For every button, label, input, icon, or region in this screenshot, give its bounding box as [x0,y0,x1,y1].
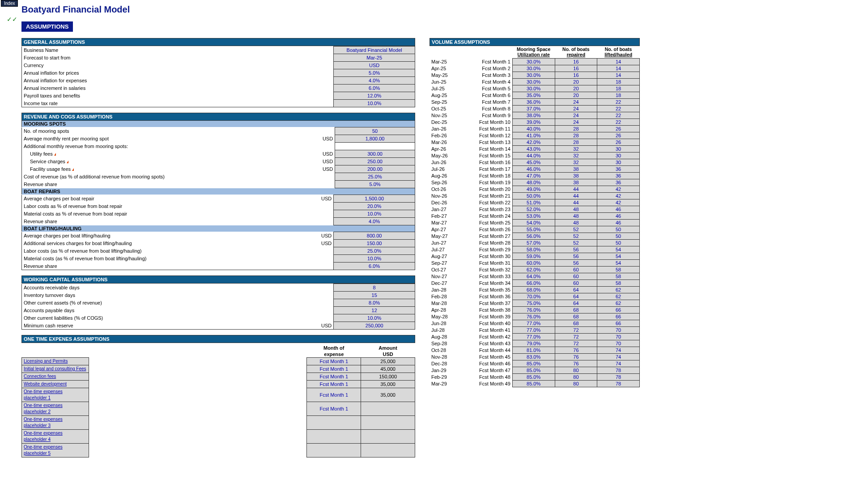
vol-repair-cell[interactable]: 24 [555,99,597,106]
vol-repair-cell[interactable]: 24 [555,119,597,126]
vol-repair-cell[interactable]: 44 [555,193,597,199]
vol-lift-cell[interactable]: 50 [597,240,640,246]
vol-lift-cell[interactable]: 18 [597,85,640,92]
vol-lift-cell[interactable]: 14 [597,65,640,72]
ote-name-cell[interactable]: One-time expenses placeholder 3 [22,416,89,430]
ote-name-cell[interactable]: One-time expenses placeholder 2 [22,402,89,416]
vol-repair-cell[interactable]: 48 [555,206,597,213]
vol-util-cell[interactable]: 53.0% [512,213,555,220]
vol-lift-cell[interactable]: 46 [597,213,640,220]
vol-util-cell[interactable]: 37.0% [512,106,555,112]
vol-lift-cell[interactable]: 66 [597,320,640,327]
vol-util-cell[interactable]: 36.0% [512,99,555,106]
vol-lift-cell[interactable]: 74 [597,360,640,367]
ote-amount-cell[interactable]: 25,000 [361,358,415,365]
vol-repair-cell[interactable]: 16 [555,72,597,79]
vol-lift-cell[interactable]: 58 [597,280,640,287]
vol-util-cell[interactable]: 30.0% [512,65,555,72]
vol-lift-cell[interactable]: 46 [597,220,640,226]
vol-repair-cell[interactable]: 68 [555,320,597,327]
vol-util-cell[interactable]: 30.0% [512,59,555,65]
vol-util-cell[interactable]: 30.0% [512,79,555,85]
ote-month-cell[interactable] [307,430,361,444]
vol-lift-cell[interactable]: 74 [597,347,640,354]
ote-amount-cell[interactable] [361,430,415,444]
vol-lift-cell[interactable]: 54 [597,246,640,253]
vol-repair-cell[interactable]: 80 [555,374,597,381]
vol-lift-cell[interactable]: 78 [597,374,640,381]
vol-util-cell[interactable]: 76.0% [512,313,555,320]
vol-util-cell[interactable]: 54.0% [512,220,555,226]
vol-lift-cell[interactable]: 74 [597,354,640,360]
vol-lift-cell[interactable]: 62 [597,293,640,300]
vol-util-cell[interactable]: 45.0% [512,159,555,166]
vol-lift-cell[interactable]: 78 [597,381,640,387]
ote-name-cell[interactable]: Website development [22,381,89,388]
vol-lift-cell[interactable]: 46 [597,206,640,213]
vol-repair-cell[interactable]: 80 [555,381,597,387]
vol-lift-cell[interactable]: 42 [597,193,640,199]
vol-lift-cell[interactable]: 62 [597,287,640,293]
vol-util-cell[interactable]: 75.0% [512,300,555,307]
ote-amount-cell[interactable]: 45,000 [361,365,415,373]
vol-lift-cell[interactable]: 26 [597,126,640,132]
vol-lift-cell[interactable]: 30 [597,146,640,152]
vol-util-cell[interactable]: 58.0% [512,246,555,253]
vol-repair-cell[interactable]: 32 [555,146,597,152]
vol-util-cell[interactable]: 49.0% [512,186,555,193]
vol-lift-cell[interactable]: 78 [597,367,640,374]
vol-repair-cell[interactable]: 52 [555,240,597,246]
vol-repair-cell[interactable]: 72 [555,340,597,347]
ote-amount-cell[interactable]: 35,000 [361,388,415,402]
vol-lift-cell[interactable]: 50 [597,226,640,233]
vol-repair-cell[interactable]: 38 [555,166,597,173]
vol-repair-cell[interactable]: 48 [555,220,597,226]
vol-lift-cell[interactable]: 42 [597,186,640,193]
ote-name-cell[interactable]: Initial legal and consulting Fees [22,365,89,373]
vol-lift-cell[interactable]: 26 [597,132,640,139]
vol-lift-cell[interactable]: 54 [597,253,640,260]
vol-lift-cell[interactable]: 22 [597,119,640,126]
vol-repair-cell[interactable]: 64 [555,300,597,307]
index-tab[interactable]: Index [1,0,18,7]
vol-lift-cell[interactable]: 30 [597,159,640,166]
vol-util-cell[interactable]: 39.0% [512,119,555,126]
cell[interactable]: Boatyard Financial Model [334,47,415,54]
vol-util-cell[interactable]: 85.0% [512,367,555,374]
vol-repair-cell[interactable]: 44 [555,186,597,193]
vol-lift-cell[interactable]: 50 [597,233,640,240]
ote-name-cell[interactable]: Connection fees [22,373,89,381]
vol-util-cell[interactable]: 76.0% [512,307,555,313]
vol-repair-cell[interactable]: 60 [555,273,597,280]
vol-lift-cell[interactable]: 18 [597,79,640,85]
vol-util-cell[interactable]: 70.0% [512,293,555,300]
ote-amount-cell[interactable]: 35,000 [361,381,415,388]
vol-lift-cell[interactable]: 22 [597,106,640,112]
vol-repair-cell[interactable]: 56 [555,260,597,267]
vol-repair-cell[interactable]: 52 [555,226,597,233]
vol-util-cell[interactable]: 41.0% [512,132,555,139]
vol-repair-cell[interactable]: 80 [555,367,597,374]
vol-lift-cell[interactable]: 66 [597,313,640,320]
vol-repair-cell[interactable]: 72 [555,327,597,334]
vol-repair-cell[interactable]: 16 [555,65,597,72]
ote-amount-cell[interactable] [361,444,415,457]
vol-util-cell[interactable]: 68.0% [512,287,555,293]
vol-util-cell[interactable]: 64.0% [512,273,555,280]
ote-name-cell[interactable]: One-time expenses placeholder 5 [22,444,89,457]
ote-amount-cell[interactable] [361,402,415,416]
ote-name-cell[interactable]: One-time expenses placeholder 1 [22,388,89,402]
vol-util-cell[interactable]: 47.0% [512,173,555,179]
vol-repair-cell[interactable]: 64 [555,287,597,293]
ote-name-cell[interactable]: Licensing and Permits [22,358,89,365]
vol-lift-cell[interactable]: 58 [597,267,640,273]
vol-repair-cell[interactable]: 44 [555,199,597,206]
vol-util-cell[interactable]: 48.0% [512,179,555,186]
vol-util-cell[interactable]: 44.0% [512,152,555,159]
vol-util-cell[interactable]: 55.0% [512,226,555,233]
vol-repair-cell[interactable]: 76 [555,347,597,354]
vol-repair-cell[interactable]: 52 [555,233,597,240]
ote-month-cell[interactable]: Fcst Month 1 [307,373,361,381]
vol-util-cell[interactable]: 38.0% [512,112,555,119]
vol-repair-cell[interactable]: 68 [555,313,597,320]
